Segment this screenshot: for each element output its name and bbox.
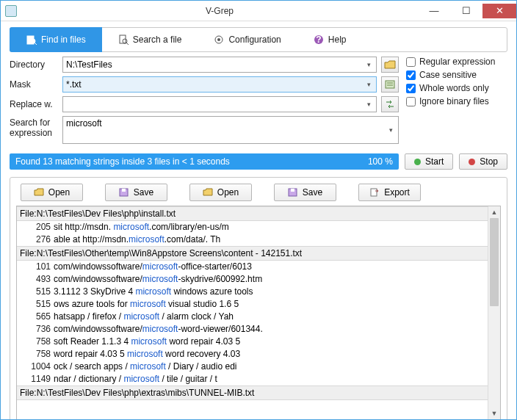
tab-help[interactable]: ? Help	[297, 28, 363, 51]
file-header[interactable]: File:N:\TestFiles\Dev Files\php\extras\m…	[17, 385, 500, 400]
start-label: Start	[425, 156, 444, 167]
chevron-down-icon[interactable]: ▾	[363, 59, 375, 70]
match-highlight: microsoft	[142, 261, 178, 272]
save-button-1[interactable]: Save	[105, 184, 167, 201]
tab-help-label: Help	[328, 35, 347, 45]
svg-point-7	[217, 38, 220, 41]
result-line[interactable]: 758soft Reader 1.1.3 4 microsoft word re…	[17, 336, 500, 348]
case-sensitive-label: Case sensitive	[419, 70, 477, 80]
line-number: 205	[20, 222, 51, 232]
line-number: 276	[20, 234, 51, 245]
gear-icon	[214, 35, 224, 45]
regex-checkbox[interactable]	[406, 57, 416, 67]
case-sensitive-checkbox[interactable]	[406, 70, 416, 80]
open-label-1: Open	[48, 187, 70, 198]
line-text: 3.1112 3 SkyDrive 4 microsoft windows az…	[54, 286, 497, 297]
line-number: 758	[20, 336, 51, 347]
line-number: 758	[20, 349, 51, 359]
svg-rect-16	[291, 189, 294, 192]
directory-label: Directory	[10, 59, 58, 70]
browse-directory-button[interactable]	[381, 57, 399, 73]
stop-label: Stop	[480, 156, 498, 167]
directory-combo[interactable]: N:\TestFiles▾	[62, 57, 377, 73]
result-line[interactable]: 205sit http://msdn. microsoft.com/librar…	[17, 221, 500, 233]
directory-value: N:\TestFiles	[66, 59, 112, 70]
line-text: ows azure tools for microsoft visual stu…	[54, 299, 497, 309]
export-label: Export	[384, 187, 410, 198]
match-highlight: microsoft	[131, 336, 167, 347]
status-percent: 100 %	[368, 156, 393, 167]
close-button[interactable]: ✕	[482, 4, 516, 18]
result-line[interactable]: 758 word repair 4.03 5 microsoft word re…	[17, 348, 500, 361]
results-list[interactable]: File:N:\TestFiles\Dev Files\php\install.…	[16, 206, 501, 420]
line-text: ock / search apps / microsoft / Diary / …	[54, 361, 497, 372]
find-in-files-icon	[26, 35, 37, 45]
chevron-down-icon[interactable]: ▾	[385, 118, 397, 142]
match-highlight: microsoft	[135, 286, 171, 297]
svg-line-2	[35, 43, 37, 45]
mask-combo[interactable]: *.txt▾	[62, 76, 377, 93]
line-text: com/windowssoftware/microsoft-word-viewe…	[54, 324, 497, 334]
start-button[interactable]: Start	[405, 153, 453, 170]
results-scrollbar[interactable]: ▲ ▼	[488, 206, 500, 419]
ignore-binary-checkbox[interactable]	[406, 97, 416, 106]
svg-rect-14	[122, 189, 126, 192]
result-line[interactable]: 1149ndar / dictionary / microsoft / tile…	[17, 373, 500, 385]
line-text: com/windowssoftware/microsoft-office-sta…	[54, 261, 497, 272]
save-label-1: Save	[134, 187, 153, 198]
result-line[interactable]: 276able at http://msdn.microsoft.com/dat…	[17, 233, 500, 246]
match-highlight: microsoft	[127, 349, 163, 359]
save-label-2: Save	[303, 187, 322, 198]
line-number: 1149	[20, 374, 51, 384]
mask-label: Mask	[10, 79, 58, 90]
tab-find-in-files-label: Find in files	[41, 35, 86, 45]
svg-rect-10	[386, 81, 394, 88]
line-text: sit http://msdn. microsoft.com/library/e…	[54, 222, 497, 232]
scroll-thumb[interactable]	[490, 218, 499, 306]
minimize-button[interactable]: —	[418, 4, 450, 18]
result-line[interactable]: 1004ock / search apps / microsoft / Diar…	[17, 361, 500, 373]
line-text: ndar / dictionary / microsoft / tile / g…	[54, 374, 497, 384]
window-title: V-Grep	[21, 6, 418, 16]
titlebar: V-Grep — ☐ ✕	[1, 1, 516, 21]
save-button-2[interactable]: Save	[274, 184, 336, 201]
result-line[interactable]: 515ows azure tools for microsoft visual …	[17, 298, 500, 311]
result-line[interactable]: 736com/windowssoftware/microsoft-word-vi…	[17, 323, 500, 336]
mask-settings-button[interactable]	[381, 76, 399, 93]
line-number: 493	[20, 274, 51, 284]
export-button[interactable]: Export	[358, 184, 421, 201]
whole-words-checkbox[interactable]	[406, 84, 416, 93]
tab-find-in-files[interactable]: Find in files	[10, 27, 102, 52]
open-button-1[interactable]: Open	[21, 184, 83, 201]
match-highlight: microsoft	[130, 361, 166, 372]
stop-icon	[469, 159, 475, 165]
mask-value: *.txt	[66, 79, 82, 90]
search-expression-value: microsoft	[66, 118, 102, 128]
file-header[interactable]: File:N:\TestFiles\Dev Files\php\install.…	[17, 206, 500, 221]
scroll-down-icon[interactable]: ▼	[488, 408, 500, 419]
replace-action-button[interactable]	[381, 96, 399, 112]
result-line[interactable]: 493com/windowssoftware/microsoft-skydriv…	[17, 273, 500, 286]
tab-search-a-file[interactable]: Search a file	[102, 28, 198, 51]
scroll-up-icon[interactable]: ▲	[488, 206, 500, 218]
main-toolbar: Find in files Search a file Configuratio…	[10, 27, 507, 52]
tab-configuration[interactable]: Configuration	[198, 28, 297, 51]
file-header[interactable]: File:N:\TestFiles\Other\temp\Win8Appstor…	[17, 246, 500, 261]
replace-combo[interactable]: ▾	[62, 96, 377, 112]
line-text: word repair 4.03 5 microsoft word recove…	[54, 349, 497, 359]
replace-label: Replace w.	[10, 99, 58, 109]
open-button-2[interactable]: Open	[189, 184, 252, 201]
window-controls: — ☐ ✕	[418, 4, 516, 18]
result-line[interactable]: 565hatsapp / firefox / microsoft / alarm…	[17, 311, 500, 323]
start-icon	[414, 159, 421, 165]
match-highlight: microsoft	[129, 234, 164, 245]
result-line[interactable]: 101com/windowssoftware/microsoft-office-…	[17, 261, 500, 273]
maximize-button[interactable]: ☐	[450, 4, 482, 18]
chevron-down-icon[interactable]: ▾	[363, 79, 375, 90]
search-expression-input[interactable]: microsoft▾	[62, 116, 399, 144]
chevron-down-icon[interactable]: ▾	[363, 98, 375, 110]
result-line[interactable]: 5153.1112 3 SkyDrive 4 microsoft windows…	[17, 286, 500, 298]
regex-label: Regular expression	[419, 57, 495, 67]
line-number: 515	[20, 299, 51, 309]
stop-button[interactable]: Stop	[459, 153, 507, 170]
